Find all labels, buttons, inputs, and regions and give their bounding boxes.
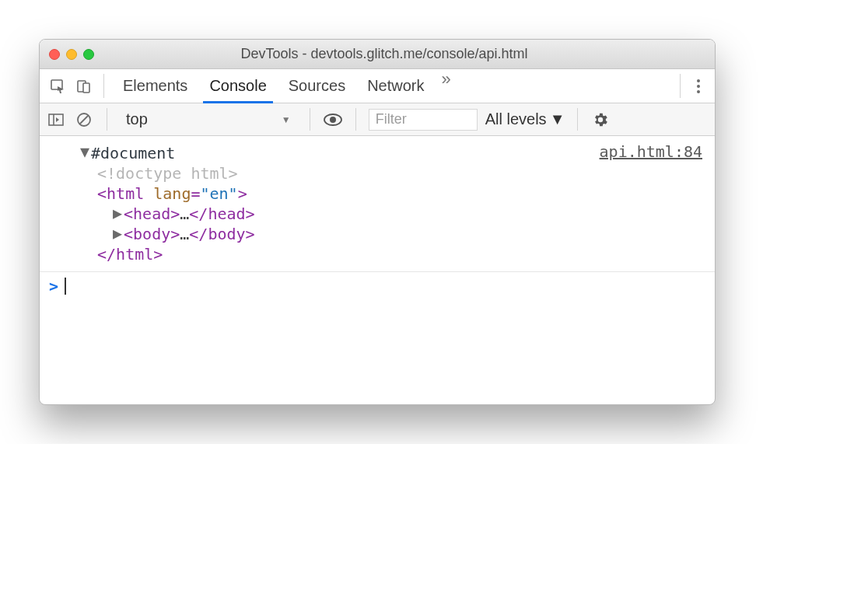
prompt-arrow-icon: > [49,277,58,295]
source-link[interactable]: api.html:84 [600,142,702,265]
disclosure-triangle-closed-icon[interactable]: ▶ [113,204,124,222]
tab-elements[interactable]: Elements [112,69,198,103]
maximize-window-button[interactable] [83,49,94,60]
context-selector[interactable]: top ▼ [120,107,297,131]
window-title: DevTools - devtools.glitch.me/console/ap… [110,46,705,62]
minimize-window-button[interactable] [66,49,77,60]
subbar-divider [107,108,107,131]
subbar-divider [310,108,310,131]
panel-tabs: Elements Console Sources Network » [112,69,457,103]
html-close-node[interactable]: </html> [80,245,600,264]
doctype-node[interactable]: <!doctype html> [80,164,600,183]
text-cursor [65,278,66,295]
svg-point-3 [697,79,700,82]
subbar-divider [577,108,578,131]
svg-rect-2 [83,83,89,93]
filter-input[interactable] [369,109,478,131]
main-toolbar: Elements Console Sources Network » [40,69,715,103]
more-tabs-button[interactable]: » [436,69,457,103]
console-prompt[interactable]: > [40,272,715,404]
tab-console[interactable]: Console [198,69,277,103]
svg-point-4 [697,85,700,88]
devtools-window: DevTools - devtools.glitch.me/console/ap… [39,39,716,405]
context-label: top [126,110,148,128]
traffic-lights [49,49,94,60]
body-node[interactable]: ▶<body>…</body> [80,225,600,243]
chevron-down-icon: ▼ [282,114,291,125]
console-output: ▼#document <!doctype html> <html lang="e… [40,136,715,404]
head-node[interactable]: ▶<head>…</head> [80,204,600,223]
subbar-divider [355,108,356,131]
disclosure-triangle-closed-icon[interactable]: ▶ [113,224,124,243]
svg-point-11 [330,117,336,123]
titlebar: DevTools - devtools.glitch.me/console/ap… [40,40,715,69]
console-settings-icon[interactable] [590,110,611,130]
chevron-down-icon: ▼ [550,110,565,128]
toolbar-divider [680,74,681,98]
clear-console-icon[interactable] [74,110,94,130]
dom-tree[interactable]: ▼#document <!doctype html> <html lang="e… [49,142,600,265]
console-log-entry: ▼#document <!doctype html> <html lang="e… [40,136,715,265]
tab-sources[interactable]: Sources [278,69,356,103]
tab-network[interactable]: Network [356,69,435,103]
settings-menu-button[interactable] [688,78,709,95]
disclosure-triangle-open-icon[interactable]: ▼ [80,142,91,161]
log-level-selector[interactable]: All levels ▼ [485,110,565,128]
log-level-label: All levels [485,110,547,128]
svg-line-9 [80,115,89,124]
close-window-button[interactable] [49,49,60,60]
toolbar-divider [103,74,104,98]
toggle-console-sidebar-icon[interactable] [46,110,66,130]
inspect-element-icon[interactable] [46,75,69,98]
document-node[interactable]: ▼#document [80,144,600,162]
live-expression-icon[interactable] [323,110,343,130]
html-open-node[interactable]: <html lang="en"> [80,184,600,203]
device-toolbar-icon[interactable] [72,75,96,98]
console-toolbar: top ▼ All levels ▼ [40,103,715,136]
svg-point-5 [697,90,700,93]
